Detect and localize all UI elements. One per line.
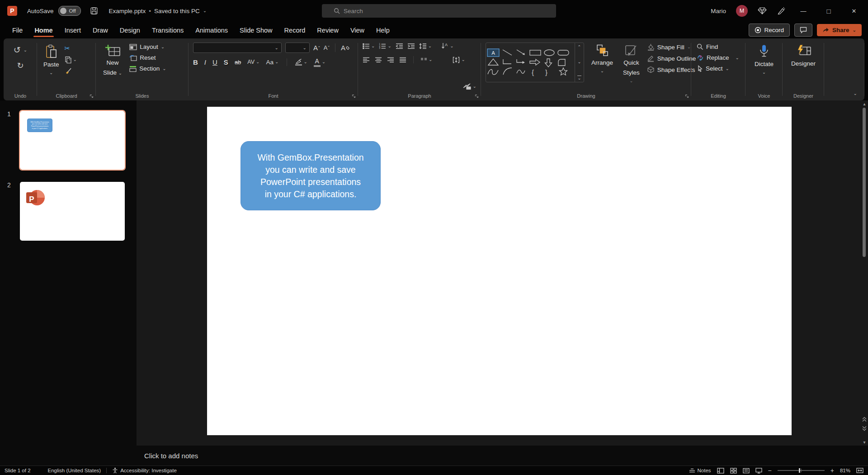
drawing-dialog-launcher[interactable]: [685, 94, 689, 98]
powerpoint-app-icon[interactable]: P: [7, 6, 17, 16]
character-spacing-button[interactable]: AV⌄: [247, 59, 259, 65]
gem-icon[interactable]: [758, 7, 767, 15]
tab-slide-show[interactable]: Slide Show: [234, 22, 278, 38]
reading-view-button[interactable]: [743, 468, 750, 474]
tab-transitions[interactable]: Transitions: [146, 22, 189, 38]
font-dialog-launcher[interactable]: [352, 94, 356, 98]
font-size-combo[interactable]: ⌄: [285, 43, 310, 53]
tab-review[interactable]: Review: [311, 22, 344, 38]
font-color-button[interactable]: A ⌄: [314, 57, 326, 67]
align-right-icon[interactable]: [387, 57, 394, 63]
align-left-icon[interactable]: [363, 57, 370, 63]
strikethrough-button[interactable]: ab: [235, 59, 241, 66]
undo-button[interactable]: ↺ ⌄: [14, 45, 27, 55]
save-icon[interactable]: [90, 7, 98, 15]
new-slide-button[interactable]: New Slide ⌄: [100, 43, 125, 86]
section-button[interactable]: Section ⌄: [129, 65, 166, 72]
zoom-level[interactable]: 81%: [840, 468, 850, 473]
notes-pane[interactable]: Click to add notes: [137, 446, 868, 466]
minimize-button[interactable]: —: [796, 3, 811, 19]
shrink-font-button[interactable]: Aˇ: [324, 44, 330, 51]
select-button[interactable]: Select ⌄: [697, 65, 745, 72]
tab-record[interactable]: Record: [278, 22, 311, 38]
highlight-color-button[interactable]: ⌄: [295, 59, 307, 66]
comments-button[interactable]: [794, 24, 812, 37]
columns-button[interactable]: ⌄: [420, 57, 432, 62]
cut-icon[interactable]: ✂: [65, 44, 77, 52]
text-shadow-button[interactable]: S: [224, 58, 228, 66]
reset-button[interactable]: Reset: [129, 54, 166, 61]
clear-formatting-button[interactable]: A: [341, 44, 350, 52]
quick-styles-button[interactable]: Quick Styles ⌄: [620, 43, 642, 86]
scroll-down-arrow[interactable]: ▾: [861, 440, 868, 445]
redo-icon[interactable]: ↻: [17, 61, 24, 71]
gallery-scroll-up[interactable]: ⌄: [577, 44, 581, 49]
maximize-button[interactable]: □: [821, 3, 836, 19]
text-direction-button[interactable]: A ⌄: [441, 43, 453, 49]
tab-home[interactable]: Home: [28, 22, 58, 38]
record-button[interactable]: Record: [749, 24, 790, 37]
fit-slide-to-window-button[interactable]: [856, 467, 863, 474]
align-text-button[interactable]: ⌄: [453, 57, 465, 63]
tab-draw[interactable]: Draw: [87, 22, 114, 38]
vertical-scrollbar[interactable]: ▴ ▾: [861, 100, 868, 446]
previous-slide-button[interactable]: [862, 417, 867, 422]
gallery-more-button[interactable]: ⌄: [577, 76, 581, 81]
tab-animations[interactable]: Animations: [189, 22, 234, 38]
dictate-button[interactable]: Dictate ⌄: [752, 43, 776, 86]
zoom-in-button[interactable]: +: [830, 467, 834, 474]
slide-indicator[interactable]: Slide 1 of 2: [5, 468, 31, 473]
shape-gallery[interactable]: A { } ⌄ ⌄ ⌄: [486, 43, 584, 82]
next-slide-button[interactable]: [862, 426, 867, 431]
share-button[interactable]: Share ⌄: [817, 24, 862, 36]
zoom-slider[interactable]: [778, 470, 825, 471]
tab-view[interactable]: View: [344, 22, 370, 38]
document-title[interactable]: Example.pptx • Saved to this PC ⌄: [109, 8, 207, 14]
zoom-out-button[interactable]: −: [768, 467, 772, 474]
align-center-icon[interactable]: [375, 57, 382, 63]
tab-file[interactable]: File: [6, 22, 28, 38]
language-indicator[interactable]: English (United States): [48, 468, 101, 473]
scroll-up-arrow[interactable]: ▴: [861, 101, 868, 106]
tab-insert[interactable]: Insert: [59, 22, 87, 38]
increase-indent-icon[interactable]: [407, 43, 415, 49]
tab-help[interactable]: Help: [370, 22, 396, 38]
format-painter-icon[interactable]: [65, 67, 72, 75]
smartart-icon[interactable]: [463, 83, 471, 90]
italic-button[interactable]: I: [204, 58, 206, 66]
zoom-slider-thumb[interactable]: [799, 468, 800, 473]
paragraph-dialog-launcher[interactable]: [475, 94, 479, 98]
numbering-button[interactable]: 123 ⌄: [379, 43, 391, 49]
arrange-button[interactable]: Arrange ⌄: [589, 43, 616, 86]
bullets-button[interactable]: ⌄: [363, 43, 375, 49]
change-case-button[interactable]: Aa⌄: [266, 59, 278, 66]
slide-editing-surface[interactable]: With GemBox.Presentation you can write a…: [207, 107, 792, 435]
paste-button[interactable]: Paste ⌄: [41, 43, 62, 86]
normal-view-button[interactable]: [717, 468, 724, 474]
close-button[interactable]: ✕: [846, 3, 862, 19]
gallery-scroll-down[interactable]: ⌄: [577, 60, 581, 64]
slide-1-thumbnail[interactable]: With GemBox.Presentationyou can write an…: [20, 111, 125, 170]
accessibility-status[interactable]: Accessibility: Investigate: [112, 467, 177, 474]
font-name-combo[interactable]: ⌄: [193, 43, 282, 53]
find-button[interactable]: Find: [697, 43, 745, 50]
layout-button[interactable]: Layout ⌄: [129, 43, 166, 50]
underline-button[interactable]: U: [212, 58, 217, 66]
slide-2-thumbnail[interactable]: P: [20, 182, 125, 241]
designer-button[interactable]: Designer: [788, 43, 818, 86]
autosave-toggle[interactable]: Off: [58, 6, 81, 16]
copy-button[interactable]: ⌄: [65, 56, 77, 63]
grow-font-button[interactable]: Aˆ: [313, 44, 320, 52]
tab-design[interactable]: Design: [114, 22, 146, 38]
replace-button[interactable]: bc Replace ⌄: [697, 54, 745, 61]
clipboard-dialog-launcher[interactable]: [90, 94, 94, 98]
justify-icon[interactable]: [399, 57, 406, 63]
notes-toggle[interactable]: Notes: [689, 468, 711, 473]
slide-show-button[interactable]: [755, 468, 762, 474]
avatar[interactable]: M: [736, 5, 748, 17]
bold-button[interactable]: B: [193, 58, 198, 66]
collapse-ribbon-button[interactable]: ⌄: [854, 91, 857, 96]
line-spacing-button[interactable]: ⌄: [419, 43, 432, 49]
slide-text-shape[interactable]: With GemBox.Presentation you can write a…: [241, 141, 381, 210]
decrease-indent-icon[interactable]: [396, 43, 403, 49]
